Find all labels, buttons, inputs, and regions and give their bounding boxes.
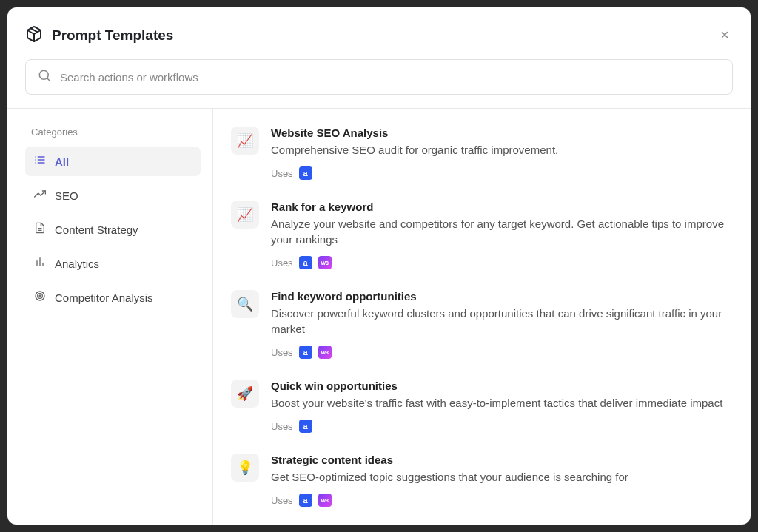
template-item[interactable]: 📈Website SEO AnalysisComprehensive SEO a… <box>231 127 733 180</box>
list-icon <box>34 154 46 169</box>
template-body: Quick win opportunitiesBoost your websit… <box>271 380 733 433</box>
uses-label: Uses <box>271 168 293 179</box>
document-icon <box>34 222 46 237</box>
template-title: Find keyword opportunities <box>271 290 733 303</box>
template-uses-row: UsesaW3 <box>271 346 733 359</box>
modal-title: Prompt Templates <box>52 27 173 44</box>
template-description: Discover powerful keyword clusters and o… <box>271 306 733 337</box>
sidebar-item-competitor-analysis[interactable]: Competitor Analysis <box>25 283 201 312</box>
title-row: Prompt Templates <box>25 25 733 46</box>
sidebar-item-seo[interactable]: SEO <box>25 181 201 210</box>
sidebar-item-content-strategy[interactable]: Content Strategy <box>25 215 201 244</box>
template-description: Analyze your website and competitors for… <box>271 216 733 247</box>
search-icon <box>38 69 51 85</box>
template-body: Rank for a keywordAnalyze your website a… <box>271 201 733 269</box>
sidebar-item-label: Analytics <box>55 257 99 270</box>
search-container[interactable] <box>25 59 733 95</box>
svg-line-4 <box>47 78 49 80</box>
close-icon <box>720 30 730 42</box>
template-item[interactable]: 📈Rank for a keywordAnalyze your website … <box>231 201 733 269</box>
sidebar-item-label: Competitor Analysis <box>55 292 153 304</box>
tool-badge-w: W3 <box>318 256 332 269</box>
template-description: Get SEO-optimized topic suggestions that… <box>271 469 733 485</box>
template-body: Website SEO AnalysisComprehensive SEO au… <box>271 127 733 180</box>
categories-list: AllSEOContent StrategyAnalyticsCompetito… <box>25 147 201 312</box>
sidebar: Categories AllSEOContent StrategyAnalyti… <box>7 109 213 525</box>
main-content: Categories AllSEOContent StrategyAnalyti… <box>7 109 751 525</box>
template-description: Boost your website's traffic fast with e… <box>271 395 733 411</box>
template-title: Rank for a keyword <box>271 201 733 213</box>
title-left: Prompt Templates <box>25 25 173 46</box>
template-body: Find keyword opportunitiesDiscover power… <box>271 290 733 359</box>
template-title: Quick win opportunities <box>271 380 733 392</box>
sidebar-item-all[interactable]: All <box>25 147 201 176</box>
target-icon <box>34 290 46 305</box>
template-item[interactable]: 💡Strategic content ideasGet SEO-optimize… <box>231 454 733 507</box>
sidebar-heading: Categories <box>25 127 201 138</box>
prompt-templates-modal: Prompt Templates <box>7 7 751 525</box>
template-icon: 📈 <box>231 127 259 155</box>
sidebar-item-label: SEO <box>55 189 78 202</box>
sidebar-item-analytics[interactable]: Analytics <box>25 249 201 278</box>
tool-badge-w: W3 <box>318 494 332 507</box>
uses-label: Uses <box>271 421 293 432</box>
tool-badge-w: W3 <box>318 346 332 359</box>
svg-point-17 <box>38 294 43 299</box>
tool-badge-a: a <box>299 420 312 433</box>
trending-icon <box>34 188 46 203</box>
template-item[interactable]: 🚀Quick win opportunitiesBoost your websi… <box>231 380 733 433</box>
tool-badge-a: a <box>299 256 312 269</box>
templates-content: 📈Website SEO AnalysisComprehensive SEO a… <box>213 109 751 525</box>
sidebar-item-label: Content Strategy <box>55 223 138 236</box>
templates-list: 📈Website SEO AnalysisComprehensive SEO a… <box>231 127 733 525</box>
close-button[interactable] <box>717 27 733 45</box>
template-title: Website SEO Analysis <box>271 127 733 139</box>
modal-header: Prompt Templates <box>7 7 751 108</box>
template-body: Strategic content ideasGet SEO-optimized… <box>271 454 733 507</box>
svg-point-16 <box>36 292 44 300</box>
tool-badge-a: a <box>299 166 312 180</box>
sidebar-item-label: All <box>55 155 69 168</box>
template-item[interactable]: 🔍Find keyword opportunitiesDiscover powe… <box>231 290 733 359</box>
template-icon: 🔍 <box>231 290 259 318</box>
tool-badge-a: a <box>299 494 312 507</box>
template-uses-row: UsesaW3 <box>271 256 733 269</box>
template-icon: 🚀 <box>231 380 259 408</box>
uses-label: Uses <box>271 257 293 269</box>
uses-label: Uses <box>271 495 293 506</box>
bars-icon <box>34 256 46 271</box>
template-title: Strategic content ideas <box>271 454 733 466</box>
template-uses-row: Usesa <box>271 420 733 433</box>
template-uses-row: UsesaW3 <box>271 494 733 507</box>
svg-point-18 <box>39 295 41 297</box>
template-description: Comprehensive SEO audit for organic traf… <box>271 142 733 158</box>
search-input[interactable] <box>60 71 720 84</box>
template-icon: 📈 <box>231 201 259 229</box>
template-uses-row: Usesa <box>271 166 733 180</box>
template-icon: 💡 <box>231 454 259 482</box>
package-icon <box>25 25 43 46</box>
tool-badge-a: a <box>299 346 312 359</box>
uses-label: Uses <box>271 347 293 358</box>
